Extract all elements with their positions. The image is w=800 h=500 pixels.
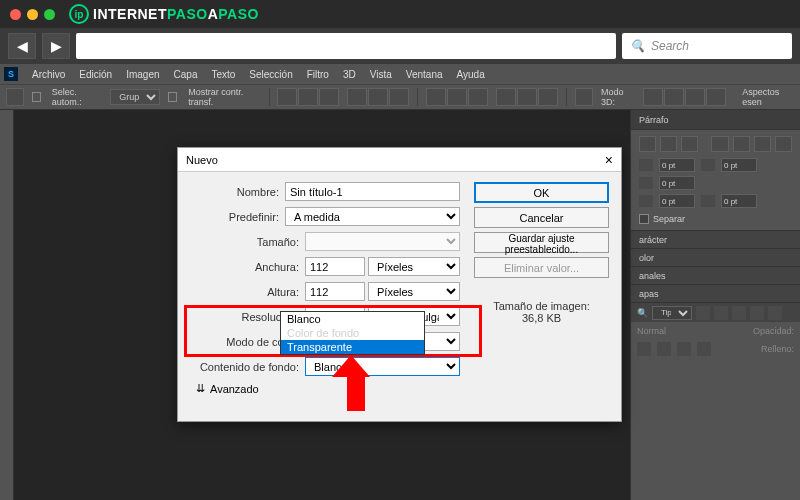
workspace-switcher[interactable]: Aspectos esen [742, 87, 794, 107]
window-max-dot[interactable] [44, 9, 55, 20]
lock-icon[interactable] [697, 342, 711, 356]
ok-button[interactable]: OK [474, 182, 609, 203]
layer-filter-type[interactable]: Tipo [652, 306, 692, 320]
name-input[interactable] [285, 182, 460, 201]
autoselect-label: Selec. autom.: [52, 87, 102, 107]
menu-imagen[interactable]: Imagen [126, 69, 159, 80]
menu-3d[interactable]: 3D [343, 69, 356, 80]
advanced-toggle-icon[interactable]: ⇊ [190, 382, 210, 395]
align-right-icon[interactable] [681, 136, 698, 152]
filter-icon[interactable] [750, 306, 764, 320]
mode3d-icon[interactable] [643, 88, 663, 106]
menu-edicion[interactable]: Edición [79, 69, 112, 80]
window-close-dot[interactable] [10, 9, 21, 20]
paragraph-panel-header[interactable]: Párrafo [631, 110, 800, 130]
distribute-icon[interactable] [468, 88, 488, 106]
indent-left-input[interactable] [659, 158, 695, 172]
align-group-1 [277, 88, 339, 106]
advanced-label[interactable]: Avanzado [210, 383, 259, 395]
new-document-dialog: Nuevo × Nombre: Predefinir: A medida Tam… [177, 147, 622, 422]
mode3d-icon[interactable] [706, 88, 726, 106]
distribute-icon[interactable] [496, 88, 516, 106]
bg-option-blanco[interactable]: Blanco [281, 312, 424, 326]
filter-icon[interactable] [732, 306, 746, 320]
separate-label: Separar [653, 214, 685, 224]
indent-first-input[interactable] [659, 176, 695, 190]
distribute-icon[interactable] [517, 88, 537, 106]
align-icon[interactable] [319, 88, 339, 106]
color-panel-tab[interactable]: olor [631, 248, 800, 266]
space-before-input[interactable] [659, 194, 695, 208]
mode3d-icon[interactable] [685, 88, 705, 106]
showtransform-checkbox[interactable] [168, 92, 177, 102]
preset-select[interactable]: A medida [285, 207, 460, 226]
align-icon[interactable] [298, 88, 318, 106]
menu-texto[interactable]: Texto [211, 69, 235, 80]
distribute-icon[interactable] [538, 88, 558, 106]
menu-ayuda[interactable]: Ayuda [457, 69, 485, 80]
align-left-icon[interactable] [639, 136, 656, 152]
space-before-icon [639, 195, 653, 207]
menu-archivo[interactable]: Archivo [32, 69, 65, 80]
width-input[interactable] [305, 257, 365, 276]
move-tool-icon[interactable] [6, 88, 24, 106]
distribute-icon[interactable] [426, 88, 446, 106]
height-input[interactable] [305, 282, 365, 301]
space-after-icon [701, 195, 715, 207]
align-center-icon[interactable] [660, 136, 677, 152]
align-icon[interactable] [368, 88, 388, 106]
search-bar[interactable]: 🔍 Search [622, 33, 792, 59]
bg-option-transparente[interactable]: Transparente [281, 340, 424, 354]
save-preset-button[interactable]: Guardar ajuste preestablecido... [474, 232, 609, 253]
showtransform-label: Mostrar contr. transf. [188, 87, 260, 107]
dialog-titlebar[interactable]: Nuevo × [178, 148, 621, 172]
back-button[interactable]: ◀ [8, 33, 36, 59]
bg-select[interactable]: Blanco [305, 357, 460, 376]
align-icon[interactable] [389, 88, 409, 106]
menu-filtro[interactable]: Filtro [307, 69, 329, 80]
mode3d-icon[interactable] [664, 88, 684, 106]
menu-capa[interactable]: Capa [174, 69, 198, 80]
logo-text-4: PASO [218, 6, 259, 22]
width-unit-select[interactable]: Píxeles [368, 257, 460, 276]
separate-checkbox[interactable] [639, 214, 649, 224]
right-panels: Párrafo Separar arácter olor anales apas… [630, 110, 800, 500]
height-unit-select[interactable]: Píxeles [368, 282, 460, 301]
blend-mode-value[interactable]: Normal [637, 326, 666, 336]
autoselect-checkbox[interactable] [32, 92, 41, 102]
forward-button[interactable]: ▶ [42, 33, 70, 59]
space-after-input[interactable] [721, 194, 757, 208]
bg-option-colorfondo[interactable]: Color de fondo [281, 326, 424, 340]
lock-icon[interactable] [657, 342, 671, 356]
justify-icon[interactable] [775, 136, 792, 152]
channels-panel-tab[interactable]: anales [631, 266, 800, 284]
align-icon[interactable] [277, 88, 297, 106]
lock-icon[interactable] [677, 342, 691, 356]
layers-panel-tab[interactable]: apas [631, 284, 800, 302]
autoselect-dropdown[interactable]: Grupo [110, 89, 160, 105]
justify-icon[interactable] [754, 136, 771, 152]
justify-icon[interactable] [733, 136, 750, 152]
justify-icon[interactable] [711, 136, 728, 152]
window-min-dot[interactable] [27, 9, 38, 20]
separator [566, 88, 567, 106]
paragraph-panel-body: Separar [631, 130, 800, 230]
filter-icon[interactable] [768, 306, 782, 320]
arrange-icon[interactable] [575, 88, 593, 106]
character-panel-tab[interactable]: arácter [631, 230, 800, 248]
cancel-button[interactable]: Cancelar [474, 207, 609, 228]
filter-icon[interactable] [714, 306, 728, 320]
align-icon[interactable] [347, 88, 367, 106]
url-bar[interactable] [76, 33, 616, 59]
distribute-icon[interactable] [447, 88, 467, 106]
menu-vista[interactable]: Vista [370, 69, 392, 80]
layer-filter-bar: 🔍 Tipo [631, 302, 800, 322]
menu-seleccion[interactable]: Selección [249, 69, 292, 80]
filter-icon[interactable] [696, 306, 710, 320]
tool-strip[interactable] [0, 110, 14, 500]
indent-right-input[interactable] [721, 158, 757, 172]
imagesize-label: Tamaño de imagen: [474, 300, 609, 312]
dialog-close-button[interactable]: × [605, 152, 613, 168]
lock-icon[interactable] [637, 342, 651, 356]
menu-ventana[interactable]: Ventana [406, 69, 443, 80]
